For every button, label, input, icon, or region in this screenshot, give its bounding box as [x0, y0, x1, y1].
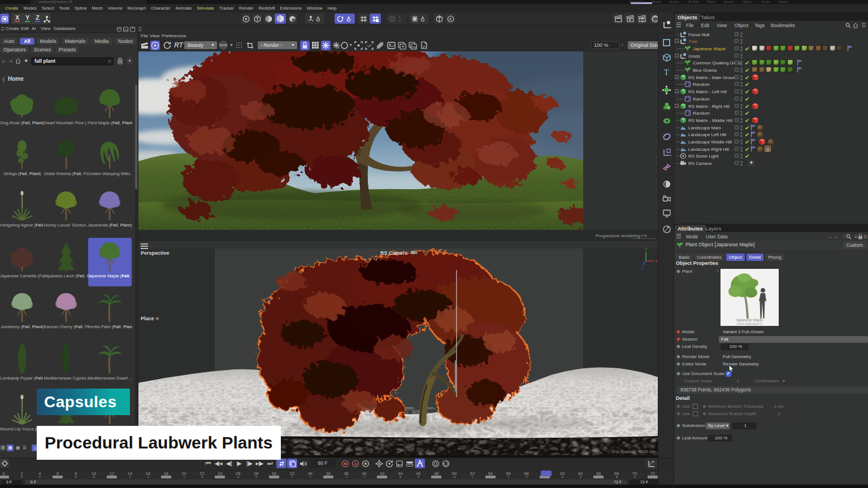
svg-text:T: T: [664, 68, 669, 77]
svg-text:A: A: [354, 461, 357, 467]
svg-text:Y: Y: [645, 247, 648, 251]
svg-text:A: A: [449, 17, 452, 21]
svg-text:Grid Spacing : 5000 cm: Grid Spacing : 5000 cm: [611, 449, 655, 454]
svg-text:Z: Z: [641, 266, 644, 270]
svg-text:Place: Place: [141, 316, 154, 321]
svg-text:G: G: [337, 46, 340, 49]
svg-text:PV: PV: [412, 46, 416, 49]
svg-text:Perspective: Perspective: [141, 250, 170, 256]
svg-text:(Acer palmatum): (Acer palmatum): [737, 322, 762, 325]
svg-text:✥: ✥: [155, 316, 159, 321]
svg-text:RS Camera: RS Camera: [380, 250, 408, 256]
